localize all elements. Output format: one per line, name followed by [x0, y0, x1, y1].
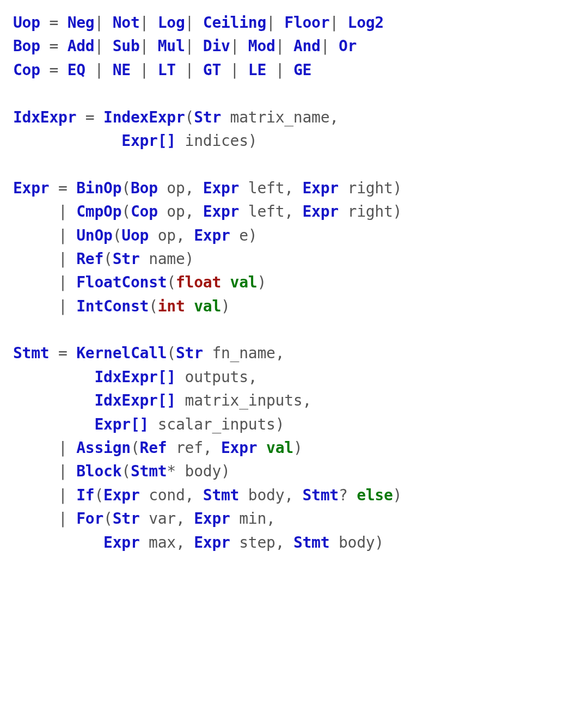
expr-rule: Expr = BinOp(Bop op, Expr left, Expr rig… — [13, 176, 575, 200]
grammar-definition: Uop = Neg| Not| Log| Ceiling| Floor| Log… — [13, 11, 575, 554]
cop-rule: Cop = EQ | NE | LT | GT | LE | GE — [13, 58, 575, 82]
expr-alt: | FloatConst(float val) — [13, 271, 575, 294]
blank-line — [13, 152, 575, 176]
stmt-rule-cont: IdxExpr[] outputs, — [13, 365, 575, 389]
stmt-rule-cont: IdxExpr[] matrix_inputs, — [13, 389, 575, 412]
nonterminal: IdxExpr — [13, 108, 76, 126]
idxexpr-rule-cont: Expr[] indices) — [13, 129, 575, 152]
nonterminal: Stmt — [13, 344, 49, 362]
stmt-alt: | Assign(Ref ref, Expr val) — [13, 436, 575, 459]
stmt-alt-cont: Expr max, Expr step, Stmt body) — [13, 531, 575, 554]
stmt-alt: | Block(Stmt* body) — [13, 459, 575, 483]
stmt-rule: Stmt = KernelCall(Str fn_name, — [13, 341, 575, 365]
bop-rule: Bop = Add| Sub| Mul| Div| Mod| And| Or — [13, 34, 575, 58]
stmt-alt: | If(Expr cond, Stmt body, Stmt? else) — [13, 483, 575, 507]
nonterminal: Cop — [13, 61, 40, 79]
uop-rule: Uop = Neg| Not| Log| Ceiling| Floor| Log… — [13, 11, 575, 34]
expr-alt: | UnOp(Uop op, Expr e) — [13, 224, 575, 247]
stmt-alt: | For(Str var, Expr min, — [13, 507, 575, 530]
expr-alt: | CmpOp(Cop op, Expr left, Expr right) — [13, 200, 575, 223]
nonterminal: Bop — [13, 37, 40, 55]
expr-alt: | IntConst(int val) — [13, 295, 575, 318]
blank-line — [13, 82, 575, 105]
nonterminal: Uop — [13, 14, 40, 32]
nonterminal: Expr — [13, 179, 49, 197]
idxexpr-rule: IdxExpr = IndexExpr(Str matrix_name, — [13, 106, 575, 129]
blank-line — [13, 318, 575, 341]
stmt-rule-cont: Expr[] scalar_inputs) — [13, 413, 575, 436]
expr-alt: | Ref(Str name) — [13, 247, 575, 271]
